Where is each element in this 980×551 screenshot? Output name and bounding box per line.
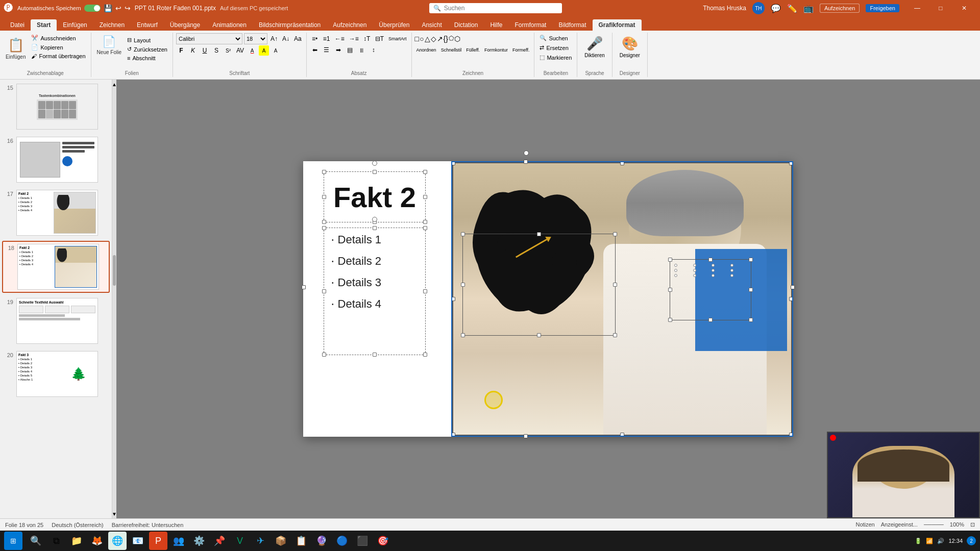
text-align-btn[interactable]: ⊟T <box>374 34 385 44</box>
taskbar-telegram[interactable]: ✈ <box>251 532 270 550</box>
quick-access[interactable]: Automatisches Speichern 💾 ↩ ↪ <box>17 4 131 12</box>
tab-animationen[interactable]: Animationen <box>206 19 253 31</box>
ph-mr[interactable] <box>789 297 792 301</box>
slide-thumb-15[interactable]: 15 Tastenkombinationen <box>2 82 110 132</box>
handle2-br[interactable] <box>423 353 427 357</box>
freigeben-button[interactable]: Freigeben <box>866 4 899 12</box>
title-textbox[interactable]: Fakt 2 <box>324 171 426 222</box>
handle2-bl[interactable] <box>322 353 326 357</box>
taskbar-app6[interactable]: 📌 <box>210 532 229 550</box>
handle-tr[interactable] <box>423 170 427 174</box>
notes-button[interactable]: Notizen <box>855 521 874 528</box>
ms-ml[interactable] <box>461 283 465 287</box>
save-icon[interactable]: 💾 <box>104 4 112 12</box>
convert-smartart-btn[interactable]: SmartArt <box>387 34 408 44</box>
gs-ml[interactable] <box>302 285 306 289</box>
taskbar-app12[interactable]: ⬛ <box>353 532 372 550</box>
rotate-handle2[interactable] <box>372 217 377 222</box>
wifi-icon[interactable]: 📶 <box>926 538 933 544</box>
taskbar-app13[interactable]: 🎯 <box>374 532 392 550</box>
abschnitt-button[interactable]: ≡ Abschnitt <box>125 54 169 62</box>
taskbar-app9[interactable]: 📋 <box>292 532 310 550</box>
neue-folie-button[interactable]: 📄 Neue Folie <box>94 34 124 57</box>
tab-hilfe[interactable]: Hilfe <box>484 19 508 31</box>
zoom-slider[interactable]: ───── <box>924 521 944 528</box>
taskbar-search[interactable]: 🔍 <box>27 532 45 550</box>
numbered-list-btn[interactable]: ≡1 <box>322 34 332 44</box>
bullet-list-btn[interactable]: ≡• <box>310 34 320 44</box>
highlight-button[interactable]: A <box>259 45 269 56</box>
format-uebertragen-button[interactable]: 🖌 Format übertragen <box>29 52 87 60</box>
taskbar-powerpoint[interactable]: P <box>149 532 167 550</box>
taskbar-app10[interactable]: 🔮 <box>312 532 331 550</box>
view-settings[interactable]: Anzeigeeinst... <box>881 521 918 528</box>
indent-less-btn[interactable]: ←≡ <box>333 34 346 44</box>
slide-thumb-17[interactable]: 17 Fakt 2 • Details 1 • Details 2 • Deta… <box>2 188 110 238</box>
tab-bildschirm[interactable]: Bildschirmpräsentation <box>253 19 327 31</box>
justify-btn[interactable]: ▤ <box>345 45 355 55</box>
diktieren-button[interactable]: 🎤 Diktieren <box>580 34 608 60</box>
fill-btn[interactable]: Fülleff. <box>464 45 481 55</box>
bullet-textbox[interactable]: • Details 1 • Details 2 • Details 3 • De… <box>324 228 426 355</box>
handle2-mr[interactable] <box>423 289 427 293</box>
text-direction-btn[interactable]: ↕T <box>362 34 372 44</box>
present-icon[interactable]: 📺 <box>803 4 814 13</box>
taskbar-firefox[interactable]: 🦊 <box>88 532 106 550</box>
column-btn[interactable]: ⫼ <box>357 45 367 55</box>
search-bar[interactable]: 🔍 <box>429 3 562 13</box>
suchen-button[interactable]: 🔍 Suchen <box>537 34 570 42</box>
aufzeichnen-button[interactable]: Aufzeichnen <box>820 4 860 13</box>
handle-tm[interactable] <box>373 170 377 174</box>
handle-br[interactable] <box>423 220 427 224</box>
accessibility-status[interactable]: Barrierefreiheit: Untersuchen <box>112 522 184 528</box>
tab-datei[interactable]: Datei <box>4 19 31 31</box>
ersetzen-button[interactable]: ⇄ Ersetzen <box>537 43 570 52</box>
redo-icon[interactable]: ↪ <box>125 4 131 12</box>
layout-button[interactable]: ⊟ Layout <box>125 36 169 44</box>
volume-icon[interactable]: 🔊 <box>937 538 944 544</box>
taskbar-app11[interactable]: 🔵 <box>333 532 351 550</box>
einfuegen-button[interactable]: 📋 Einfügen <box>3 34 28 63</box>
tab-formformat[interactable]: Formformat <box>508 19 552 31</box>
slide-thumb-19[interactable]: 19 Schnelle Textfeld Auswahl <box>2 296 110 346</box>
indent-more-btn[interactable]: →≡ <box>348 34 360 44</box>
close-button[interactable]: ✕ <box>952 0 976 16</box>
undo-icon[interactable]: ↩ <box>115 4 121 12</box>
taskbar-app8[interactable]: 📦 <box>272 532 290 550</box>
shapes-gallery[interactable]: □○△◇ ↗{}⬠⬡ <box>415 35 460 43</box>
align-center-btn[interactable]: ☰ <box>322 45 332 55</box>
slide-thumb-16[interactable]: 16 <box>2 135 110 185</box>
tab-dictation[interactable]: Dictation <box>448 19 484 31</box>
bold-button[interactable]: F <box>176 45 186 56</box>
chat-icon[interactable]: 💬 <box>771 4 781 13</box>
tab-entwurf[interactable]: Entwurf <box>131 19 164 31</box>
titlebar-search[interactable]: 🔍 <box>429 3 562 13</box>
tab-uebergaenge[interactable]: Übergänge <box>164 19 206 31</box>
ph-tm[interactable] <box>620 162 624 165</box>
slide-scrollbar[interactable]: ▲ ▼ <box>112 80 116 518</box>
ms-bl[interactable] <box>461 333 465 337</box>
font-family-select[interactable]: Calibri <box>176 33 242 44</box>
char-spacing-button[interactable]: AV <box>235 45 246 56</box>
taskbar-chrome[interactable]: 🌐 <box>108 532 127 550</box>
outline-btn[interactable]: Formkontur <box>483 45 509 55</box>
battery-icon[interactable]: 🔋 <box>915 538 922 544</box>
handle-mr[interactable] <box>423 195 427 199</box>
taskbar-app5[interactable]: ⚙️ <box>190 532 208 550</box>
kopieren-button[interactable]: 📄 Kopieren <box>29 43 87 52</box>
minimize-button[interactable]: — <box>905 0 929 16</box>
taskbar-taskview[interactable]: ⧉ <box>47 532 65 550</box>
zuruecksetzen-button[interactable]: ↺ Zurücksetzen <box>125 45 169 54</box>
tab-ansicht[interactable]: Ansicht <box>415 19 448 31</box>
scroll-down-arrow[interactable]: ▼ <box>112 509 116 518</box>
ph-ml[interactable] <box>452 297 455 301</box>
increase-font-btn[interactable]: A↑ <box>269 34 279 44</box>
language-indicator[interactable]: Deutsch (Österreich) <box>52 522 103 528</box>
handle2-tm[interactable] <box>373 226 377 230</box>
gs-rotate[interactable] <box>524 151 529 156</box>
tab-bildformat[interactable]: Bildformat <box>552 19 592 31</box>
clear-format-btn[interactable]: Aa <box>292 34 303 44</box>
handle2-ml[interactable] <box>322 289 326 293</box>
italic-button[interactable]: K <box>188 45 198 56</box>
handle-ml[interactable] <box>322 195 326 199</box>
